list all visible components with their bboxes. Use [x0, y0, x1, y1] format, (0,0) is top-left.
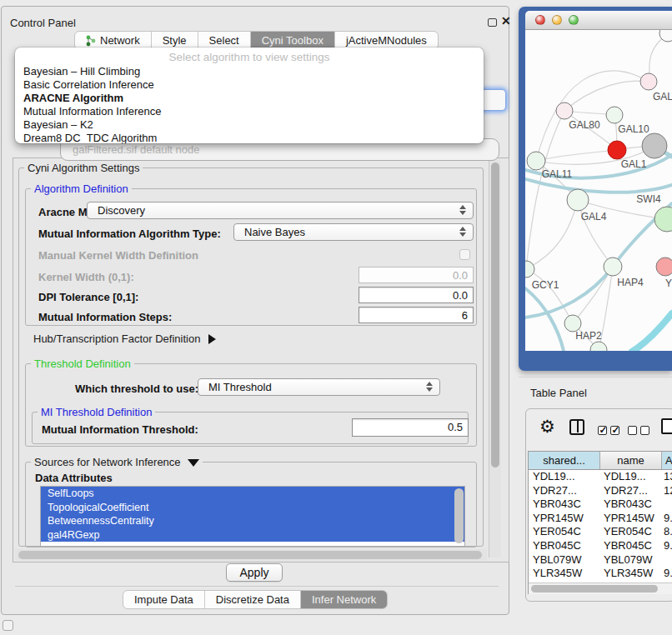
cell-shared-name: YBL079W — [529, 553, 600, 568]
inference-algorithm-combo-fragment[interactable] — [480, 89, 506, 111]
network-node-gal-pink[interactable] — [640, 73, 657, 90]
algorithm-dropdown-popup: Select algorithm to view settings Bayesi… — [15, 48, 484, 143]
network-window-titlebar[interactable] — [525, 11, 672, 30]
clear-all-checkboxes-icon[interactable] — [628, 423, 653, 438]
tab-impute-data[interactable]: Impute Data — [123, 591, 205, 608]
settings-vertical-scrollbar[interactable] — [489, 159, 501, 558]
network-node-gal1-red[interactable] — [608, 141, 626, 159]
cell-name: YDL19... — [600, 470, 662, 484]
tab-select[interactable]: Select — [198, 32, 251, 49]
cyni-algorithm-settings-title: Cyni Algorithm Settings — [24, 162, 143, 174]
columns-icon[interactable] — [569, 419, 584, 435]
table-row[interactable]: YBR043CYBR043C — [529, 498, 672, 512]
select-all-checkboxes-icon[interactable] — [598, 423, 623, 438]
network-edge — [632, 313, 672, 351]
stepper-arrows-icon — [459, 205, 466, 215]
cell-value: 13 — [662, 470, 672, 484]
column-header-name[interactable]: name — [600, 452, 662, 469]
export-table-icon[interactable] — [661, 418, 672, 434]
cell-value: 9. — [662, 539, 672, 553]
attribute-list-item[interactable]: SelfLoops — [41, 487, 464, 501]
which-threshold-select[interactable]: MI Threshold — [198, 378, 440, 396]
network-node-label: GAL11 — [542, 168, 573, 180]
hub-factor-expander[interactable]: Hub/Transcription Factor Definition — [33, 332, 216, 345]
attribute-list-item[interactable]: gal4RGexp — [41, 528, 464, 542]
zoom-traffic-light-icon[interactable] — [569, 15, 579, 25]
algorithm-option[interactable]: Bayesian – K2 — [15, 118, 484, 132]
control-panel-title: Control Panel — [10, 17, 76, 29]
dpi-tolerance-field[interactable]: 0.0 — [359, 287, 474, 303]
table-hscroll-thumb[interactable] — [531, 585, 658, 592]
settings-horizontal-scrollbar[interactable] — [15, 549, 487, 561]
network-canvas[interactable]: GALGAL80GAL10GAL1GAL11SWI4GAL4HAP4YGCY1H… — [525, 30, 672, 351]
tab-network[interactable]: Network — [75, 32, 152, 49]
network-node-gal80[interactable] — [556, 102, 573, 119]
tab-style[interactable]: Style — [152, 32, 198, 49]
float-window-icon[interactable] — [488, 18, 497, 27]
tab-infer-network[interactable]: Infer Network — [301, 591, 387, 608]
table-row[interactable]: YBR045CYBR045C9. — [529, 539, 672, 553]
table-row[interactable]: YPR145WYPR145W9. — [529, 512, 672, 526]
attribute-list-item[interactable]: TopologicalCoefficient — [41, 501, 464, 515]
mi-threshold-field[interactable]: 0.5 — [352, 418, 469, 437]
collapsed-panel-icon[interactable] — [3, 620, 13, 631]
table-row[interactable]: YER054CYER054C8. — [529, 525, 672, 539]
network-node-gal4[interactable] — [567, 189, 589, 211]
table-horizontal-scrollbar[interactable] — [529, 582, 672, 594]
tab-discretize-data[interactable]: Discretize Data — [205, 591, 301, 608]
column-header-shared-name[interactable]: shared... — [529, 452, 600, 469]
mi-steps-field[interactable]: 6 — [359, 307, 474, 323]
mi-algorithm-type-select[interactable]: Naive Bayes — [233, 223, 474, 241]
settings-hscroll-thumb[interactable] — [18, 551, 482, 559]
network-node-gcy1[interactable] — [525, 261, 534, 278]
table-row[interactable]: YDR27...YDR27...12 — [529, 484, 672, 498]
data-attributes-list[interactable]: SelfLoopsTopologicalCoefficientBetweenne… — [40, 486, 465, 547]
cell-shared-name: YDR27... — [529, 484, 600, 498]
network-node-label: GAL4 — [581, 211, 607, 222]
network-node-hap2[interactable] — [564, 315, 581, 332]
cell-value — [662, 553, 672, 568]
algorithm-option[interactable]: ARACNE Algorithm — [15, 92, 484, 105]
aracne-mode-select[interactable]: Discovery — [87, 202, 474, 219]
network-node-label: GAL80 — [569, 119, 600, 131]
network-node-top-right[interactable] — [659, 30, 672, 42]
attribute-list-item[interactable]: BetweennessCentrality — [41, 514, 464, 528]
table-row[interactable]: YDL19...YDL19...13 — [529, 470, 672, 484]
apply-button[interactable]: Apply — [226, 563, 283, 582]
algorithm-option[interactable]: Basic Correlation Inference — [15, 78, 484, 92]
close-traffic-light-icon[interactable] — [535, 15, 545, 25]
network-node-label: GAL — [653, 91, 672, 102]
network-node-label: SWI4 — [636, 193, 661, 205]
network-node-gal11[interactable] — [527, 152, 545, 170]
algorithm-option[interactable]: Dream8 DC_TDC Algorithm — [15, 132, 484, 143]
attribute-list-scrollbar[interactable] — [454, 488, 464, 543]
network-node-gray[interactable] — [642, 133, 667, 158]
tab-jactivemnodules[interactable]: jActiveMNodules — [335, 32, 438, 49]
network-node-salmon[interactable] — [656, 258, 672, 276]
column-header-third[interactable]: A — [662, 452, 672, 469]
expander-expanded-icon[interactable] — [188, 459, 199, 467]
mi-threshold-label: Mutual Information Threshold: — [42, 423, 198, 436]
network-edge — [564, 81, 649, 111]
algorithm-option[interactable]: Bayesian – Hill Climbing — [15, 65, 484, 78]
tab-label: Infer Network — [312, 593, 376, 606]
mi-steps-label: Mutual Information Steps: — [38, 311, 172, 323]
cell-name: YER054C — [600, 525, 662, 539]
network-node-swi4[interactable] — [654, 207, 672, 232]
close-icon[interactable]: ✕ — [501, 14, 511, 28]
kernel-width-field[interactable]: 0.0 — [359, 267, 474, 283]
network-edge — [525, 179, 672, 192]
manual-kernel-width-checkbox[interactable] — [459, 249, 470, 260]
network-node-hap4[interactable] — [604, 258, 622, 276]
table-panel-divider — [519, 377, 672, 378]
settings-vscroll-thumb[interactable] — [491, 162, 499, 468]
minimize-traffic-light-icon[interactable] — [552, 15, 562, 25]
tab-cyni-toolbox[interactable]: Cyni Toolbox — [251, 32, 335, 49]
network-icon — [86, 35, 96, 47]
table-row[interactable]: YBL079WYBL079W — [529, 553, 672, 568]
algorithm-option[interactable]: Mutual Information Inference — [15, 105, 484, 118]
network-node-gal10[interactable] — [606, 107, 623, 123]
table-row[interactable]: YLR345WYLR345W9. — [529, 567, 672, 581]
network-edge — [526, 111, 564, 269]
gear-icon[interactable]: ⚙ — [539, 417, 555, 437]
